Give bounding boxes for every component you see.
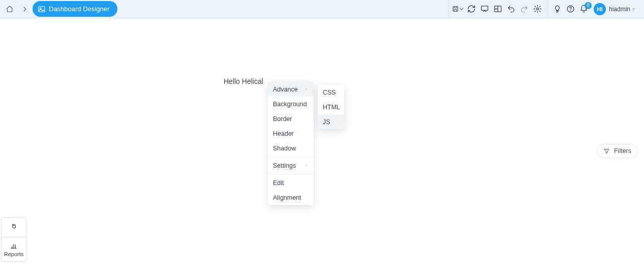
- layout-button[interactable]: [492, 2, 505, 16]
- pointer-icon: [10, 223, 18, 231]
- chevron-down-icon: [631, 7, 636, 11]
- ctx-label: Border: [273, 115, 292, 122]
- reports-tool[interactable]: Reports: [2, 237, 26, 261]
- redo-button[interactable]: [518, 2, 531, 16]
- ctx-separator: [268, 174, 314, 174]
- breadcrumb-separator: [17, 0, 33, 18]
- chevron-right-icon: [21, 5, 29, 13]
- ctx-item-header[interactable]: Header: [268, 126, 314, 141]
- reports-label: Reports: [4, 251, 24, 257]
- save-button[interactable]: [452, 2, 465, 16]
- ctx-item-alignment[interactable]: Alignment: [268, 190, 314, 205]
- refresh-button[interactable]: [465, 2, 478, 16]
- interact-tool[interactable]: [2, 218, 26, 237]
- ctx-label: Edit: [273, 179, 284, 187]
- user-menu[interactable]: HI hiadmin: [591, 3, 641, 15]
- chevron-right-icon: [304, 163, 309, 168]
- ctx-label: HTML: [323, 104, 340, 111]
- sub-item-css[interactable]: CSS: [318, 85, 344, 100]
- layout-icon: [494, 5, 502, 13]
- notifications-button[interactable]: 8: [577, 2, 591, 16]
- ctx-item-border[interactable]: Border: [268, 111, 314, 126]
- ctx-label: Alignment: [273, 194, 301, 201]
- ctx-item-advance[interactable]: Advance: [268, 82, 314, 97]
- notifications-badge: 8: [585, 2, 592, 9]
- svg-point-7: [571, 11, 571, 11]
- ideas-button[interactable]: [551, 2, 564, 16]
- ctx-label: Header: [273, 130, 294, 137]
- help-button[interactable]: [564, 2, 577, 16]
- toolbar-secondary: 8 HI hiadmin: [547, 0, 644, 18]
- image-icon: [38, 5, 46, 13]
- ctx-label: Advance: [273, 86, 298, 93]
- username-label: hiadmin: [609, 6, 636, 13]
- sub-item-html[interactable]: HTML: [318, 100, 344, 114]
- present-button[interactable]: [478, 2, 492, 16]
- ctx-item-shadow[interactable]: Shadow: [268, 141, 314, 156]
- avatar: HI: [594, 3, 606, 15]
- ctx-label: Background: [273, 101, 307, 108]
- gear-icon: [533, 5, 542, 13]
- breadcrumb: Dashboard Designer: [0, 0, 119, 18]
- barchart-icon: [10, 241, 18, 250]
- filter-icon: [603, 148, 610, 155]
- ctx-label: Shadow: [273, 145, 296, 152]
- sub-item-js[interactable]: JS: [318, 114, 344, 129]
- context-submenu: CSS HTML JS: [318, 85, 344, 129]
- ctx-item-background[interactable]: Background: [268, 97, 314, 111]
- widget-text[interactable]: Hello Helical: [224, 77, 263, 85]
- bulb-icon: [553, 5, 562, 13]
- home-button[interactable]: [2, 0, 17, 18]
- svg-rect-2: [453, 7, 457, 11]
- side-tools: Reports: [1, 217, 26, 262]
- ctx-label: Settings: [273, 162, 296, 169]
- ctx-item-edit[interactable]: Edit: [268, 175, 314, 190]
- ctx-label: CSS: [323, 89, 336, 96]
- context-menu: Advance Background Border Header Shadow …: [268, 82, 314, 205]
- chevron-right-icon: [304, 87, 309, 91]
- svg-rect-0: [39, 6, 45, 12]
- chevron-down-icon: [458, 5, 465, 13]
- toolbar-primary: [448, 0, 547, 18]
- undo-button[interactable]: [505, 2, 518, 16]
- home-icon: [6, 5, 14, 13]
- ctx-label: JS: [323, 118, 330, 126]
- breadcrumb-active-label: Dashboard Designer: [49, 5, 109, 13]
- svg-point-5: [537, 8, 539, 10]
- breadcrumb-active[interactable]: Dashboard Designer: [33, 1, 117, 17]
- filters-button[interactable]: Filters: [597, 144, 638, 158]
- presentation-icon: [480, 5, 489, 13]
- ctx-separator: [268, 157, 314, 157]
- undo-icon: [507, 5, 515, 13]
- help-icon: [566, 5, 575, 13]
- filters-label: Filters: [614, 147, 631, 155]
- top-bar: Dashboard Designer: [0, 0, 644, 18]
- svg-rect-3: [482, 6, 488, 10]
- settings-button[interactable]: [531, 2, 544, 16]
- redo-icon: [520, 5, 529, 13]
- refresh-icon: [467, 5, 476, 13]
- ctx-item-settings[interactable]: Settings: [268, 158, 314, 173]
